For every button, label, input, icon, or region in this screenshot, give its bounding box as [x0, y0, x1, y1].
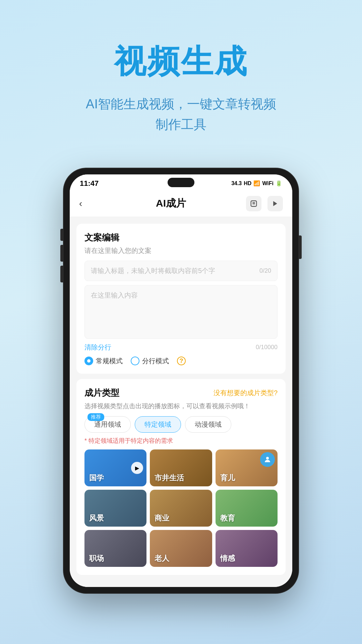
power-button: [299, 235, 302, 259]
title-count: 0/20: [259, 267, 271, 274]
tab-general-label: 通用领域: [94, 421, 121, 428]
content-placeholder: 在这里输入内容: [91, 291, 138, 299]
line-mode-radio[interactable]: [131, 357, 139, 365]
wifi-icon: WiFi: [262, 180, 274, 186]
category-fengjing-label: 风景: [84, 510, 109, 527]
char-count: 0/10000: [256, 344, 278, 351]
svg-marker-4: [273, 201, 277, 206]
battery-icon: 🔋: [276, 180, 282, 186]
copy-edit-card: 文案编辑 请在这里输入您的文案 请输入标题，未输入时将截取内容前5个字 0/20…: [76, 224, 286, 374]
nav-actions: [246, 196, 283, 211]
mobile-signal: 📶: [253, 180, 260, 186]
phone-screen: 11:47 34.3 HD 📶 WiFi 🔋 ‹ AI成片: [70, 174, 292, 587]
tab-anime-label: 动漫领域: [195, 421, 222, 428]
normal-mode-radio[interactable]: [84, 357, 93, 365]
status-time: 11:47: [80, 179, 99, 188]
play-button[interactable]: [267, 196, 283, 211]
yuer-icon: [260, 452, 275, 467]
svg-point-5: [266, 457, 269, 460]
category-shijing-label: 市井生活: [150, 470, 189, 486]
copy-footer-row: 清除分行 0/10000: [84, 343, 278, 352]
category-shangye-label: 商业: [150, 510, 174, 527]
hero-section: 视频生成 AI智能生成视频，一键文章转视频制作工具: [0, 0, 362, 155]
copy-edit-subtitle: 请在这里输入您的文案: [84, 246, 278, 255]
tab-specific-label: 特定领域: [144, 421, 171, 428]
category-shangye[interactable]: 商业: [150, 490, 212, 527]
category-laoren-label: 老人: [150, 550, 174, 567]
title-input-field[interactable]: 请输入标题，未输入时将截取内容前5个字 0/20: [84, 261, 278, 281]
line-mode-label: 分行模式: [142, 357, 169, 366]
type-title: 成片类型: [84, 387, 119, 399]
category-jiaoyu-label: 教育: [216, 510, 240, 527]
line-mode-option[interactable]: 分行模式: [131, 357, 169, 366]
category-grid: 国学 ▶ 市井生活 育儿: [84, 449, 278, 567]
category-zhichang[interactable]: 职场: [84, 530, 146, 567]
status-bar: 11:47 34.3 HD 📶 WiFi 🔋: [70, 174, 292, 191]
category-laoren[interactable]: 老人: [150, 530, 212, 567]
search-edit-button[interactable]: [246, 196, 261, 211]
category-shijing[interactable]: 市井生活: [150, 449, 212, 486]
nav-bar: ‹ AI成片: [70, 191, 292, 217]
guoxue-play-icon[interactable]: ▶: [131, 462, 143, 474]
clear-button[interactable]: 清除分行: [84, 343, 111, 352]
category-qinggan[interactable]: 情感: [216, 530, 278, 567]
help-icon[interactable]: ?: [177, 357, 186, 365]
tab-anime[interactable]: 动漫领域: [185, 416, 231, 433]
note-text: * 特定领域适用于特定内容的需求: [84, 437, 278, 445]
normal-mode-option[interactable]: 常规模式: [84, 357, 123, 366]
hero-title: 视频生成: [20, 40, 342, 84]
signal-strength: 34.3: [231, 180, 242, 186]
category-guoxue[interactable]: 国学 ▶: [84, 449, 146, 486]
type-header: 成片类型 没有想要的成片类型?: [84, 387, 278, 399]
tab-group: 推荐 通用领域 特定领域 动漫领域: [84, 416, 278, 433]
tab-specific[interactable]: 特定领域: [135, 416, 181, 433]
scroll-content[interactable]: 文案编辑 请在这里输入您的文案 请输入标题，未输入时将截取内容前5个字 0/20…: [70, 217, 292, 587]
network-type: HD: [244, 180, 251, 186]
category-yuer[interactable]: 育儿: [216, 449, 278, 486]
category-zhichang-label: 职场: [84, 550, 109, 567]
category-fengjing[interactable]: 风景: [84, 490, 146, 527]
category-guoxue-label: 国学: [84, 470, 109, 486]
category-jiaoyu[interactable]: 教育: [216, 490, 278, 527]
copy-edit-title: 文案编辑: [84, 232, 278, 244]
volume-buttons: [60, 222, 63, 282]
category-yuer-label: 育儿: [216, 470, 240, 486]
camera-notch: [168, 178, 194, 187]
category-qinggan-label: 情感: [216, 550, 240, 567]
content-textarea[interactable]: 在这里输入内容: [84, 285, 278, 339]
mode-row: 常规模式 分行模式 ?: [84, 357, 278, 366]
tab-badge: 推荐: [87, 413, 104, 421]
title-placeholder: 请输入标题，未输入时将截取内容前5个字: [91, 266, 215, 275]
status-icons: 34.3 HD 📶 WiFi 🔋: [231, 180, 282, 186]
normal-mode-label: 常规模式: [96, 357, 123, 366]
type-section-card: 成片类型 没有想要的成片类型? 选择视频类型点击出现的播放图标，可以查看视频示例…: [76, 379, 286, 575]
page-title: AI成片: [156, 197, 186, 210]
back-button[interactable]: ‹: [79, 198, 96, 209]
phone-outer: 11:47 34.3 HD 📶 WiFi 🔋 ‹ AI成片: [64, 168, 298, 593]
type-desc: 选择视频类型点击出现的播放图标，可以查看视频示例哦！: [84, 401, 278, 411]
type-link[interactable]: 没有想要的成片类型?: [214, 388, 278, 397]
tab-general[interactable]: 推荐 通用领域: [84, 416, 131, 433]
phone-mockup: 11:47 34.3 HD 📶 WiFi 🔋 ‹ AI成片: [0, 155, 362, 613]
hero-subtitle: AI智能生成视频，一键文章转视频制作工具: [20, 94, 342, 135]
